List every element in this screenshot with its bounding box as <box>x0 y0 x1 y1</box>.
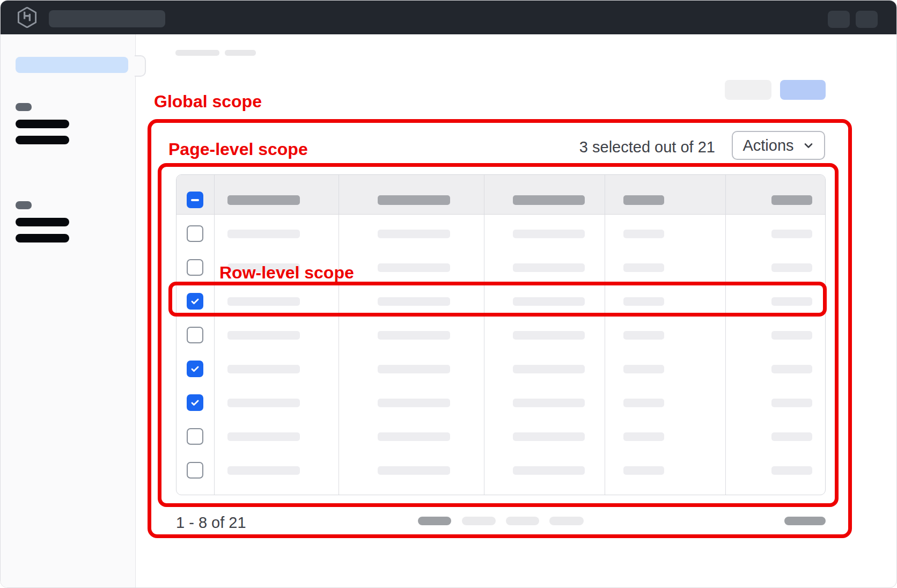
sidebar-link-skeleton[interactable] <box>16 218 69 226</box>
data-table <box>176 174 826 495</box>
search-input-skeleton[interactable] <box>49 10 165 27</box>
pagination-per-page-pill[interactable] <box>784 517 826 525</box>
cell-skeleton <box>227 297 300 306</box>
cell-skeleton <box>513 432 585 441</box>
select-all-checkbox[interactable] <box>187 192 203 208</box>
table-row <box>177 282 825 316</box>
cell-skeleton <box>771 466 812 475</box>
cell-skeleton <box>513 230 585 238</box>
cell-skeleton <box>771 331 812 340</box>
row-checkbox[interactable] <box>187 259 203 276</box>
table-row <box>177 316 825 350</box>
table-row <box>177 451 825 485</box>
row-level-scope-label: Row-level scope <box>219 263 354 282</box>
column-header-skeleton <box>378 195 450 205</box>
cell-skeleton <box>378 230 450 238</box>
pagination-range: 1 - 8 of 21 <box>176 514 246 532</box>
cell-skeleton <box>771 263 812 272</box>
cell-skeleton <box>623 297 664 306</box>
cell-skeleton <box>378 331 450 340</box>
cell-skeleton <box>513 365 585 373</box>
app-window: Global scope Page-level scope Row-level … <box>0 0 897 588</box>
chevron-down-icon <box>803 139 814 151</box>
topbar-user-button-skeleton[interactable] <box>856 11 878 28</box>
row-checkbox[interactable] <box>187 327 203 343</box>
pagination-page-pill[interactable] <box>506 517 539 525</box>
column-divider <box>484 175 484 495</box>
cell-skeleton <box>378 399 450 407</box>
cell-skeleton <box>623 263 664 272</box>
column-divider <box>605 175 605 495</box>
table-row <box>177 350 825 384</box>
sidebar-link-skeleton[interactable] <box>16 234 69 242</box>
hashicorp-logo-icon <box>17 7 38 28</box>
pagination-page-pill[interactable] <box>462 517 496 525</box>
cell-skeleton <box>623 466 664 475</box>
cell-skeleton <box>227 365 300 373</box>
table-row <box>177 417 825 451</box>
sidebar-active-item-skeleton[interactable] <box>16 57 128 73</box>
table-header-row <box>177 175 825 215</box>
sidebar-section-label-skeleton <box>16 103 32 111</box>
cell-skeleton <box>227 331 300 340</box>
cell-skeleton <box>227 230 300 238</box>
cell-skeleton <box>771 297 812 306</box>
cell-skeleton <box>227 399 300 407</box>
actions-button-label: Actions <box>742 137 793 155</box>
cell-skeleton <box>771 365 812 373</box>
sidebar-link-skeleton[interactable] <box>16 120 69 128</box>
row-checkbox[interactable] <box>187 361 203 377</box>
cell-skeleton <box>227 432 300 441</box>
column-header-skeleton <box>771 195 812 205</box>
cell-skeleton <box>378 365 450 373</box>
cell-skeleton <box>623 432 664 441</box>
actions-button[interactable]: Actions <box>732 131 825 160</box>
breadcrumb-skeleton[interactable] <box>225 50 256 56</box>
cell-skeleton <box>378 263 450 272</box>
cell-skeleton <box>513 331 585 340</box>
sidebar-link-skeleton[interactable] <box>16 136 69 144</box>
column-header-skeleton <box>623 195 664 205</box>
row-checkbox[interactable] <box>187 293 203 310</box>
cell-skeleton <box>771 432 812 441</box>
cell-skeleton <box>623 365 664 373</box>
row-checkbox[interactable] <box>187 428 203 445</box>
cell-skeleton <box>378 466 450 475</box>
column-divider <box>725 175 726 495</box>
column-header-skeleton <box>227 195 300 205</box>
cell-skeleton <box>771 399 812 407</box>
cell-skeleton <box>227 466 300 475</box>
primary-button-skeleton[interactable] <box>780 80 826 100</box>
pagination-page-pill[interactable] <box>549 517 584 525</box>
cell-skeleton <box>513 466 585 475</box>
cell-skeleton <box>378 297 450 306</box>
column-divider <box>339 175 339 495</box>
secondary-button-skeleton[interactable] <box>725 80 771 100</box>
column-divider <box>214 175 215 495</box>
row-checkbox[interactable] <box>187 394 203 411</box>
cell-skeleton <box>513 399 585 407</box>
cell-skeleton <box>771 230 812 238</box>
pagination-page-pill-current[interactable] <box>418 517 451 525</box>
topbar <box>1 1 896 34</box>
cell-skeleton <box>513 263 585 272</box>
sidebar-collapse-handle[interactable] <box>135 55 146 77</box>
table-row <box>177 384 825 417</box>
cell-skeleton <box>378 432 450 441</box>
sidebar <box>1 34 136 587</box>
table-row <box>177 215 825 248</box>
cell-skeleton <box>623 331 664 340</box>
row-checkbox[interactable] <box>187 462 203 479</box>
page-level-scope-label: Page-level scope <box>168 140 308 159</box>
column-header-skeleton <box>513 195 585 205</box>
cell-skeleton <box>623 399 664 407</box>
cell-skeleton <box>513 297 585 306</box>
topbar-help-button-skeleton[interactable] <box>828 11 850 28</box>
selection-summary: 3 selected out of 21 <box>558 138 715 156</box>
indeterminate-icon <box>191 199 199 201</box>
sidebar-section-label-skeleton <box>16 201 32 209</box>
row-checkbox[interactable] <box>187 225 203 242</box>
cell-skeleton <box>623 230 664 238</box>
global-scope-label: Global scope <box>154 92 262 111</box>
breadcrumb-skeleton[interactable] <box>175 50 219 56</box>
